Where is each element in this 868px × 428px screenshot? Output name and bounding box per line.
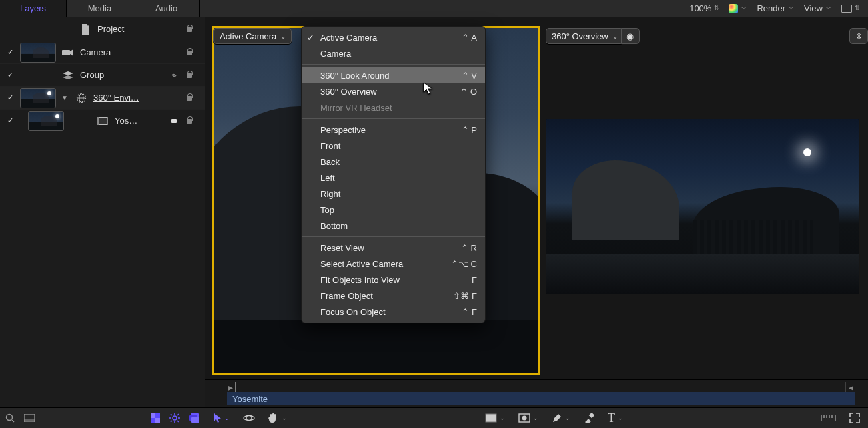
timeline-clip[interactable]: Yosemite	[227, 392, 855, 405]
layout-menu[interactable]: ⇅	[841, 5, 860, 13]
menu-item-focus-object[interactable]: Focus On Object⌃ F	[302, 304, 485, 320]
layer-row-yosemite[interactable]: ✓ Yos…	[0, 110, 205, 132]
tab-audio[interactable]: Audio	[133, 0, 200, 17]
chevron-down-icon: ⌄	[280, 33, 286, 40]
zoom-value: 100%	[689, 3, 711, 13]
svg-point-32	[522, 416, 527, 421]
in-marker-icon[interactable]: ▸│	[228, 382, 239, 393]
layer-row-group[interactable]: ✓ Group	[0, 64, 205, 87]
top-tab-bar: Layers Media Audio 100%⇅ ﹀ Render﹀ View﹀…	[0, 0, 868, 17]
select-tool[interactable]: ⌄	[213, 413, 230, 423]
svg-rect-0	[62, 50, 70, 55]
svg-rect-11	[24, 414, 35, 422]
checkmark-icon: ✓	[307, 33, 314, 43]
link-icon[interactable]	[170, 71, 181, 79]
checker-icon[interactable]	[151, 413, 160, 423]
svg-rect-34	[821, 415, 836, 421]
orbit-tool[interactable]	[243, 412, 255, 424]
layer-thumbnail	[28, 111, 64, 131]
pen-tool[interactable]: ⌄	[552, 413, 570, 423]
svg-line-10	[12, 420, 14, 422]
menu-separator	[302, 64, 485, 65]
search-icon[interactable]	[5, 413, 15, 423]
expand-icon[interactable]	[849, 413, 860, 423]
paint-tool[interactable]	[584, 413, 594, 423]
menu-item-perspective[interactable]: Perspective⌃ P	[302, 122, 485, 138]
visibility-checkbox[interactable]: ✓	[5, 48, 15, 57]
camera-icon	[61, 49, 75, 57]
record-icon[interactable]: ◉	[621, 28, 640, 44]
svg-point-29	[244, 416, 254, 421]
lock-icon[interactable]	[186, 24, 205, 34]
orient-icon[interactable]: ⇳	[849, 28, 868, 44]
tab-media[interactable]: Media	[67, 0, 133, 17]
mask-tool[interactable]: ⌄	[518, 413, 538, 423]
layers-panel: Project ✓ Camera ✓ Group ✓ ▼ 360° Envi… …	[0, 17, 205, 407]
rect-tool[interactable]: ⌄	[485, 413, 505, 423]
menu-item-360-overview[interactable]: 360° Overview⌃ O	[302, 83, 485, 99]
lock-icon[interactable]	[186, 70, 205, 80]
chevron-down-icon: ﹀	[741, 4, 747, 13]
layers-bottom-toolbar	[0, 407, 205, 428]
render-menu[interactable]: Render﹀	[757, 3, 795, 13]
mini-timeline[interactable]: ▸│ │◂ Yosemite	[205, 379, 868, 407]
camera-popup-label: Active Camera	[220, 31, 276, 41]
zoom-menu[interactable]: 100%⇅	[689, 3, 719, 13]
menu-item-reset-view[interactable]: Reset View⌃ R	[302, 240, 485, 256]
chevron-down-icon: ⌄	[282, 415, 287, 421]
menu-item-left[interactable]: Left	[302, 170, 485, 186]
menu-item-top[interactable]: Top	[302, 202, 485, 218]
menu-item-right[interactable]: Right	[302, 186, 485, 202]
layer-label: Yos…	[115, 116, 165, 126]
layer-label: Group	[80, 70, 165, 80]
camera-menu-open: ✓Active Camera⌃ A Camera 360° Look Aroun…	[301, 26, 486, 323]
tab-layers[interactable]: Layers	[0, 0, 67, 17]
panel-icon[interactable]	[24, 414, 35, 422]
chevron-down-icon: ⌄	[618, 415, 623, 421]
color-channel-menu[interactable]: ﹀	[729, 4, 747, 13]
disclosure-triangle-icon[interactable]: ▼	[61, 94, 69, 101]
visibility-checkbox[interactable]: ✓	[5, 116, 15, 126]
color-channels-icon	[729, 4, 738, 13]
hand-tool[interactable]: ⌄	[268, 412, 287, 424]
svg-rect-8	[171, 119, 177, 123]
layer-row-camera[interactable]: ✓ Camera	[0, 41, 205, 64]
camera-popup-button[interactable]: Active Camera ⌄	[213, 28, 292, 44]
lock-icon[interactable]	[186, 47, 205, 57]
visibility-checkbox[interactable]: ✓	[5, 71, 15, 80]
text-tool[interactable]: T⌄	[608, 411, 623, 425]
lock-icon[interactable]	[186, 93, 205, 103]
svg-rect-7	[107, 117, 108, 125]
menu-item-select-active-camera[interactable]: Select Active Camera⌃⌥ C	[302, 256, 485, 272]
chevron-down-icon: ﹀	[788, 4, 795, 13]
ruler-icon[interactable]	[821, 415, 836, 421]
gear-icon[interactable]	[169, 413, 180, 423]
lock-icon[interactable]	[186, 116, 205, 126]
layer-row-project[interactable]: Project	[0, 17, 205, 41]
menu-item-360-look-around[interactable]: 360° Look Around⌃ V	[302, 67, 485, 83]
right-viewport[interactable]	[546, 119, 859, 294]
viewport-layout-icon	[841, 5, 852, 13]
svg-rect-15	[155, 418, 160, 423]
layers-icon	[61, 71, 75, 79]
canvas-area: Active Camera ⌄ ◉ ⇳ 360° Overview ⌄ ✓Act…	[205, 17, 868, 428]
visibility-checkbox[interactable]: ✓	[5, 93, 15, 103]
chevron-down-icon: ⌄	[533, 415, 538, 421]
clip-name: Yosemite	[232, 394, 268, 404]
menu-item-camera[interactable]: Camera	[302, 45, 485, 61]
menu-item-bottom[interactable]: Bottom	[302, 218, 485, 234]
menu-item-frame-object[interactable]: Frame Object⇧⌘ F	[302, 288, 485, 304]
filmstrip-icon	[96, 117, 109, 125]
svg-point-9	[7, 415, 13, 421]
menu-item-front[interactable]: Front	[302, 138, 485, 154]
menu-item-fit-objects[interactable]: Fit Objects Into ViewF	[302, 272, 485, 288]
svg-line-21	[171, 414, 172, 415]
link-icon[interactable]	[170, 117, 181, 125]
view-menu[interactable]: View﹀	[804, 3, 832, 13]
layer-row-360env[interactable]: ✓ ▼ 360° Envi…	[0, 87, 205, 110]
stack-icon[interactable]	[189, 413, 200, 423]
out-marker-icon[interactable]: │◂	[843, 382, 853, 393]
stepper-icon: ⇅	[855, 5, 860, 11]
menu-item-active-camera[interactable]: ✓Active Camera⌃ A	[302, 29, 485, 45]
menu-item-back[interactable]: Back	[302, 154, 485, 170]
